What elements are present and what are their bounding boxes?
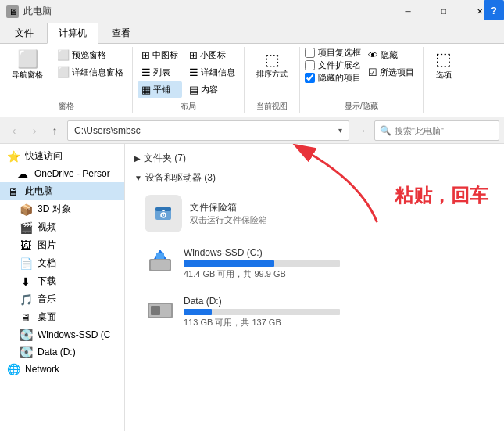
minimize-button[interactable]: ─ [390, 0, 426, 23]
selected-items-button[interactable]: ☑ 所选项目 [364, 64, 418, 81]
address-dropdown-arrow[interactable]: ▾ [338, 126, 342, 135]
layout-col-1: ⊞ 中图标 ☰ 列表 ▦ 平铺 [138, 47, 182, 98]
drive-d-svg [145, 295, 176, 323]
selected-items-label: 所选项目 [380, 66, 414, 78]
current-view-label: 当前视图 [249, 99, 295, 113]
sidebar-item-data-d[interactable]: 💽 Data (D:) [0, 343, 124, 361]
svg-rect-4 [162, 210, 165, 211]
documents-label: 文档 [38, 257, 56, 270]
layout-group-label: 布局 [138, 99, 239, 113]
title-bar-buttons: ─ □ ✕ [390, 0, 498, 23]
drive-d-info: Data (D:) 113 GB 可用，共 137 GB [184, 296, 491, 329]
hidden-items-input[interactable] [305, 73, 315, 83]
pictures-label: 图片 [38, 239, 56, 252]
drive-c-space: 41.4 GB 可用，共 99.9 GB [184, 268, 491, 280]
options-group-label [428, 102, 459, 113]
panes-group-label: 窗格 [5, 99, 127, 113]
documents-icon: 📄 [19, 257, 33, 270]
sidebar-item-3d[interactable]: 📦 3D 对象 [0, 200, 124, 218]
folders-section-label: 文件夹 (7) [144, 152, 186, 165]
show-hide-content: 项目复选框 文件扩展名 隐藏的项目 👁 隐藏 ☑ 所选项目 [305, 47, 418, 98]
sidebar-item-quick-access[interactable]: ⭐ 快速访问 [0, 147, 124, 165]
network-icon: 🌐 [6, 363, 20, 375]
vault-info: 文件保险箱 双击运行文件保险箱 [190, 201, 267, 226]
panes-content: ⬜ 导航窗格 ⬜ 预览窗格 ⬜ 详细信息窗格 [5, 47, 127, 98]
sidebar-item-network[interactable]: 🌐 Network [0, 361, 124, 378]
onedrive-label: OneDrive - Persor [34, 168, 110, 179]
hidden-items-option[interactable]: 隐藏的项目 [305, 72, 361, 84]
help-button[interactable]: ? [484, 0, 504, 20]
list-button[interactable]: ☰ 列表 [138, 64, 182, 81]
drive-d-item[interactable]: Data (D:) 113 GB 可用，共 137 GB [141, 289, 495, 335]
ribbon-tabs: 文件 计算机 查看 [0, 23, 504, 44]
thispc-icon: 🖥 [6, 185, 20, 198]
content-button[interactable]: ▤ 内容 [185, 81, 239, 98]
medium-icons-button[interactable]: ⊞ 中图标 [138, 47, 182, 63]
drive-c-icon [145, 246, 176, 281]
address-path-text: C:\Users\smbsc [74, 125, 141, 136]
sidebar-item-documents[interactable]: 📄 文档 [0, 254, 124, 272]
small-icons-button[interactable]: ⊞ 小图标 [185, 47, 239, 63]
current-view-content: ⬚ 排序方式 [249, 47, 295, 98]
downloads-icon: ⬇ [19, 275, 33, 288]
drives-section-header[interactable]: ▼ 设备和驱动器 (3) [134, 170, 495, 186]
sidebar-item-downloads[interactable]: ⬇ 下载 [0, 272, 124, 290]
drive-c-info: Windows-SSD (C:) 41.4 GB 可用，共 99.9 GB [184, 247, 491, 280]
svg-rect-11 [151, 306, 160, 315]
sidebar-item-pictures[interactable]: 🖼 图片 [0, 236, 124, 254]
maximize-button[interactable]: □ [426, 0, 462, 23]
folders-section-header[interactable]: ▶ 文件夹 (7) [134, 150, 495, 167]
nav-pane-icon: ⬜ [17, 49, 38, 70]
up-button[interactable]: ↑ [45, 121, 64, 140]
tab-computer[interactable]: 计算机 [47, 23, 98, 44]
details-view-button[interactable]: ☰ 详细信息 [185, 64, 239, 81]
medium-icons-icon: ⊞ [141, 49, 150, 61]
tab-view[interactable]: 查看 [100, 23, 142, 43]
drive-c-svg [145, 246, 176, 275]
extension-checkbox-input[interactable] [305, 60, 315, 70]
nav-pane-button[interactable]: ⬜ 导航窗格 [5, 47, 50, 83]
quick-access-icon: ⭐ [6, 150, 20, 163]
tile-button[interactable]: ▦ 平铺 [138, 81, 182, 98]
selected-items-icon: ☑ [368, 66, 377, 78]
app-icon: 🖥 [6, 5, 19, 18]
search-input[interactable] [395, 126, 494, 135]
video-icon: 🎬 [19, 221, 33, 234]
small-icons-icon: ⊞ [189, 49, 198, 61]
details-pane-button[interactable]: ⬜ 详细信息窗格 [53, 64, 127, 81]
address-go-button[interactable]: → [352, 120, 371, 141]
sort-by-button[interactable]: ⬚ 排序方式 [249, 47, 295, 83]
windows-ssd-label: Windows-SSD (C [38, 329, 110, 340]
extension-checkbox-option[interactable]: 文件扩展名 [305, 59, 361, 71]
address-path-box[interactable]: C:\Users\smbsc ▾ [67, 120, 349, 141]
pane-options-col: ⬜ 预览窗格 ⬜ 详细信息窗格 [53, 47, 127, 81]
forward-button[interactable]: › [25, 121, 44, 140]
vault-item[interactable]: 文件保险箱 双击运行文件保险箱 [141, 189, 495, 238]
vault-desc: 双击运行文件保险箱 [190, 214, 267, 226]
sidebar-item-windows-ssd[interactable]: 💽 Windows-SSD (C [0, 326, 124, 343]
item-checkbox-input[interactable] [305, 48, 315, 58]
downloads-label: 下载 [38, 275, 56, 288]
sidebar-item-onedrive[interactable]: ☁ OneDrive - Persor [0, 165, 124, 182]
back-button[interactable]: ‹ [5, 121, 23, 140]
nav-pane-label: 导航窗格 [12, 70, 43, 81]
ribbon-toolbar: ⬜ 导航窗格 ⬜ 预览窗格 ⬜ 详细信息窗格 窗格 ⊞ 中图标 [0, 44, 504, 117]
preview-icon: ⬜ [57, 49, 70, 61]
sidebar-item-desktop[interactable]: 🖥 桌面 [0, 308, 124, 326]
data-d-label: Data (D:) [38, 347, 76, 357]
sidebar-item-music[interactable]: 🎵 音乐 [0, 290, 124, 308]
options-button[interactable]: ⬚ 选项 [428, 47, 459, 83]
nav-arrows: ‹ › ↑ [5, 121, 64, 140]
layout-col-2: ⊞ 小图标 ☰ 详细信息 ▤ 内容 [185, 47, 239, 98]
item-checkbox-option[interactable]: 项目复选框 [305, 47, 361, 59]
data-d-icon: 💽 [19, 346, 33, 358]
sidebar-item-video[interactable]: 🎬 视频 [0, 218, 124, 236]
tab-file[interactable]: 文件 [3, 23, 45, 43]
search-box[interactable]: 🔍 [374, 120, 499, 141]
options-icon: ⬚ [435, 49, 452, 70]
preview-pane-button[interactable]: ⬜ 预览窗格 [53, 47, 127, 63]
hidden-button[interactable]: 👁 隐藏 [364, 47, 418, 63]
sidebar-item-thispc[interactable]: 🖥 此电脑 [0, 182, 124, 200]
ribbon-group-show-hide: 项目复选框 文件扩展名 隐藏的项目 👁 隐藏 ☑ 所选项目 [300, 47, 424, 113]
drive-c-item[interactable]: Windows-SSD (C:) 41.4 GB 可用，共 99.9 GB [141, 241, 495, 286]
